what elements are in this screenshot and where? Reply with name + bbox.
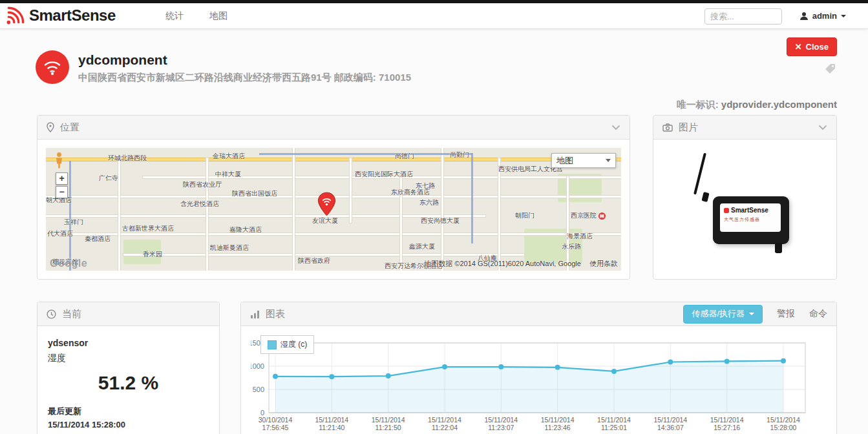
x-tick-date: 15/11/2014 [597, 416, 631, 424]
x-tick-time: 15:27:16 [714, 424, 740, 431]
clock-icon [47, 309, 56, 319]
page-title: ydcomponent [78, 52, 167, 68]
device-image-label: SmartSense 大气压力传感器 [720, 203, 781, 232]
map-label: 东欣商务酒店 [391, 188, 430, 197]
map-label: 陕西省政府 [298, 256, 330, 265]
sensor-actuator-label: 传感器/执行器 [692, 308, 745, 320]
map-attribution: 地图数据 ©2014 GS(2011)6020 AutoNavi, Google… [424, 259, 618, 269]
y-tick-label: 1000 [251, 362, 264, 370]
map-label: 尚勤门 [450, 150, 469, 160]
last-updated-time: 15/11/2014 15:28:00 [48, 420, 209, 429]
x-tick-date: 30/10/2014 [259, 416, 293, 424]
x-tick-date: 15/11/2014 [767, 416, 800, 424]
x-tick-date: 15/11/2014 [484, 416, 518, 424]
x-tick-time: 11:21:40 [319, 424, 344, 431]
map-label: 朝阳门 [515, 211, 535, 220]
hospital-icon: H [598, 212, 606, 220]
smartsense-logo-icon [5, 5, 27, 26]
chart-point [498, 364, 503, 369]
sensor-actuator-dropdown[interactable]: 传感器/执行器 [683, 305, 763, 324]
search-input[interactable] [704, 8, 782, 25]
zoom-out-button[interactable]: − [56, 186, 68, 198]
device-avatar [36, 50, 69, 84]
chart-card-header: 图表 传感器/执行器 警报 命令 [241, 302, 836, 326]
map-label: 海景酒店 [567, 232, 593, 241]
close-label: Close [806, 42, 829, 52]
nav-statistics[interactable]: 统计 [165, 10, 184, 22]
wifi-icon [43, 59, 62, 76]
chart-area [275, 361, 783, 413]
current-card-body: ydsensor 湿度 51.2 % 最后更新 15/11/2014 15:28… [37, 326, 219, 434]
map-canvas[interactable]: + − 地图 Google 地图数据 ©2014 GS(201 [46, 148, 621, 271]
y-tick-label: 500 [253, 386, 264, 393]
map-label: 陕西省农业厅 [183, 180, 222, 189]
map-road [123, 254, 524, 256]
map-road [206, 158, 208, 271]
unique-id-label: 唯一标识: [677, 99, 719, 110]
picture-card: 图片 SmartSense 大气压力传感器 [653, 115, 837, 280]
map-label: 嘉隆大酒店 [229, 225, 262, 234]
x-tick-date: 15/11/2014 [710, 416, 744, 424]
map-label: 香米园 [143, 250, 162, 259]
map-road [567, 176, 569, 271]
chart-card-body: 湿度 (c) 05001000150030/10/201417:56:4515/… [241, 326, 836, 434]
close-button[interactable]: ✕ Close [787, 37, 837, 56]
terms-link[interactable]: 使用条款 [589, 260, 618, 267]
x-tick-date: 15/11/2014 [372, 416, 405, 424]
collapse-chevron-icon[interactable] [818, 125, 827, 130]
map-label: 西安尚德大厦 [421, 216, 460, 225]
user-menu[interactable]: admin [799, 3, 846, 28]
map-label: 凯迪斯曼酒店 [210, 243, 249, 253]
map-road [498, 158, 500, 271]
user-icon [799, 12, 809, 21]
chart-point [781, 358, 786, 364]
current-card-title: 当前 [62, 308, 81, 320]
caret-down-icon [606, 159, 611, 162]
bar-chart-icon [250, 310, 260, 318]
collapse-chevron-icon[interactable] [611, 125, 620, 130]
map-river [69, 161, 71, 271]
legend-swatch [268, 340, 277, 349]
x-tick-time: 15:28:00 [770, 424, 797, 431]
x-tick-date: 15/11/2014 [428, 416, 461, 424]
map-label: 广仁寺 [99, 174, 118, 183]
location-card-header: 位置 [37, 116, 630, 140]
device-photo: SmartSense 大气压力传感器 [653, 140, 836, 279]
tag-icon[interactable] [825, 63, 836, 77]
x-tick-time: 11:21:50 [376, 424, 401, 431]
map-road [72, 233, 621, 235]
commands-link[interactable]: 命令 [809, 308, 827, 320]
device-map-marker[interactable] [317, 192, 336, 220]
picture-card-header: 图片 [653, 116, 836, 140]
map-road [293, 148, 295, 271]
chart-card-title: 图表 [266, 308, 285, 320]
map-type-button[interactable]: 地图 [551, 153, 616, 168]
brand-name: SmartSense [29, 6, 116, 25]
zoom-in-button[interactable]: + [56, 172, 68, 185]
map-label: 玉祥门 [64, 218, 83, 227]
location-card-title: 位置 [60, 121, 79, 134]
device-image: SmartSense 大气压力传感器 [713, 196, 789, 244]
map-label: 鑫源大厦 [409, 242, 435, 251]
map-label: 西京医院H [571, 211, 606, 220]
map-river [471, 153, 473, 243]
metric-value: 51.2 % [48, 372, 209, 394]
map-label: 陕西省出国饭店 [232, 189, 277, 198]
nav-map[interactable]: 地图 [209, 10, 228, 22]
location-card: 位置 [37, 115, 630, 280]
page: SmartSense 统计 地图 admin ydcomponent 中国陕 [0, 0, 868, 434]
sensor-name: ydsensor [48, 338, 209, 348]
brand[interactable]: SmartSense [5, 5, 116, 26]
x-tick-time: 11:23:07 [488, 424, 514, 431]
x-tick-time: 11:23:46 [545, 424, 571, 431]
device-image-brand: SmartSense [731, 207, 768, 214]
alarms-link[interactable]: 警报 [777, 308, 795, 320]
x-tick-time: 11:25:01 [601, 424, 627, 431]
caret-down-icon [749, 313, 754, 315]
chart-point [329, 374, 334, 379]
map-label: 永乐路 [562, 242, 581, 251]
unique-id-value: ydprovider.ydcomponent [721, 99, 837, 110]
pegman-control[interactable] [55, 152, 63, 172]
map-label: 代大酒店 [47, 229, 73, 238]
chart-point [273, 374, 278, 379]
